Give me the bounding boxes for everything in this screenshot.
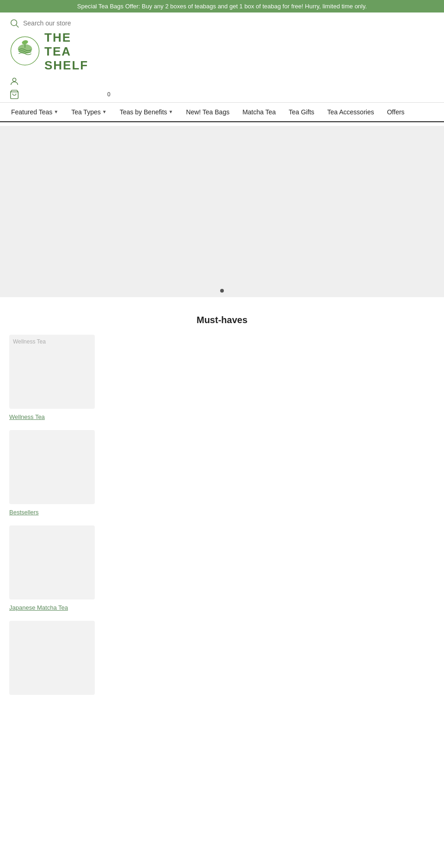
cart-icon-row[interactable]: 0 (9, 89, 435, 100)
search-icon[interactable] (9, 18, 19, 28)
search-input[interactable] (23, 19, 125, 27)
header-icons: 0 (9, 76, 435, 100)
product-link-japanese-matcha[interactable]: Japanese Matcha Tea (9, 604, 68, 611)
nav-item-new-tea-bags[interactable]: New! Tea Bags (179, 103, 236, 122)
nav-item-tea-types[interactable]: Tea Types ▼ (65, 103, 113, 122)
product-card-japanese-matcha: Japanese Matcha Tea (9, 525, 95, 612)
product-card-wellness-tea: Wellness Tea Wellness Tea (9, 335, 95, 421)
product-image-4[interactable] (9, 621, 95, 695)
nav-item-tea-gifts[interactable]: Tea Gifts (282, 103, 321, 122)
svg-line-1 (16, 25, 18, 27)
header: THETEASHELF 0 (0, 12, 444, 100)
hero-banner[interactable] (0, 126, 444, 297)
nav-item-teas-by-benefits[interactable]: Teas by Benefits ▼ (113, 103, 180, 122)
product-image-label-wellness-tea: Wellness Tea (13, 338, 46, 345)
nav-item-offers[interactable]: Offers (381, 103, 411, 122)
account-icon[interactable] (9, 76, 19, 87)
svg-point-6 (12, 78, 16, 81)
announcement-bar: Special Tea Bags Offer: Buy any 2 boxes … (0, 0, 444, 12)
nav-item-matcha-tea[interactable]: Matcha Tea (236, 103, 282, 122)
cart-count: 0 (107, 91, 111, 98)
nav-list: Featured Teas ▼ Tea Types ▼ Teas by Bene… (5, 103, 439, 121)
chevron-down-icon: ▼ (168, 109, 173, 114)
product-image-bestsellers[interactable] (9, 430, 95, 504)
svg-point-5 (21, 39, 28, 45)
product-link-wellness-tea[interactable]: Wellness Tea (9, 413, 45, 420)
product-image-japanese-matcha[interactable] (9, 525, 95, 599)
logo-text[interactable]: THETEASHELF (44, 31, 88, 73)
product-card-4 (9, 621, 95, 695)
cart-icon[interactable] (9, 89, 19, 100)
must-haves-section: Must-haves Wellness Tea Wellness Tea Bes… (0, 301, 444, 713)
chevron-down-icon: ▼ (102, 109, 107, 114)
product-card-bestsellers: Bestsellers (9, 430, 95, 516)
svg-point-0 (11, 20, 17, 26)
product-image-wellness-tea[interactable]: Wellness Tea (9, 335, 95, 409)
logo-area: THETEASHELF (9, 31, 435, 73)
must-haves-title: Must-haves (9, 315, 435, 325)
hero-dot-1[interactable] (220, 289, 224, 293)
nav-item-tea-accessories[interactable]: Tea Accessories (321, 103, 381, 122)
chevron-down-icon: ▼ (54, 109, 58, 114)
product-link-bestsellers[interactable]: Bestsellers (9, 509, 39, 516)
hero-dots (220, 289, 224, 293)
account-icon-row[interactable] (9, 76, 435, 87)
main-nav: Featured Teas ▼ Tea Types ▼ Teas by Bene… (0, 102, 444, 122)
nav-item-featured-teas[interactable]: Featured Teas ▼ (5, 103, 65, 122)
search-row (9, 18, 435, 28)
hero-banner-wrapper (0, 126, 444, 297)
announcement-text: Special Tea Bags Offer: Buy any 2 boxes … (77, 3, 367, 10)
logo-icon[interactable] (9, 35, 41, 69)
